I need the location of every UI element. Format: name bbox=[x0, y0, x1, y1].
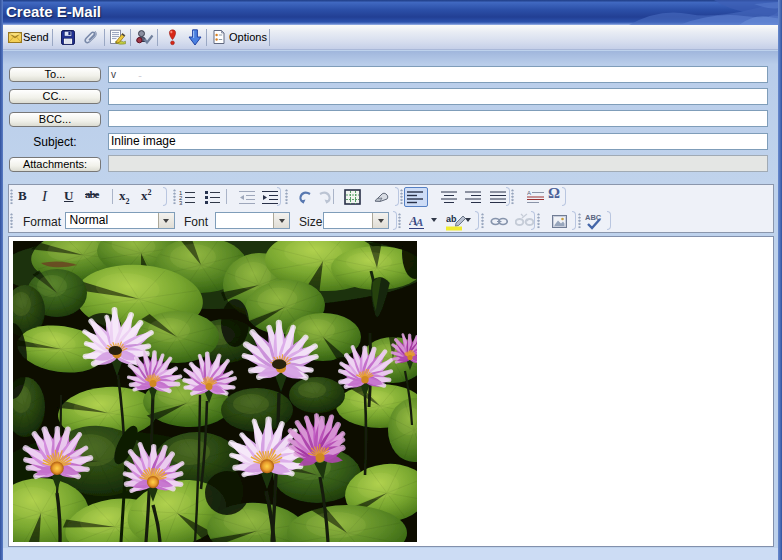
svg-text:3: 3 bbox=[179, 200, 183, 205]
svg-text:A: A bbox=[527, 190, 531, 196]
svg-text:A: A bbox=[415, 216, 423, 228]
svg-text:ab: ab bbox=[446, 214, 457, 224]
